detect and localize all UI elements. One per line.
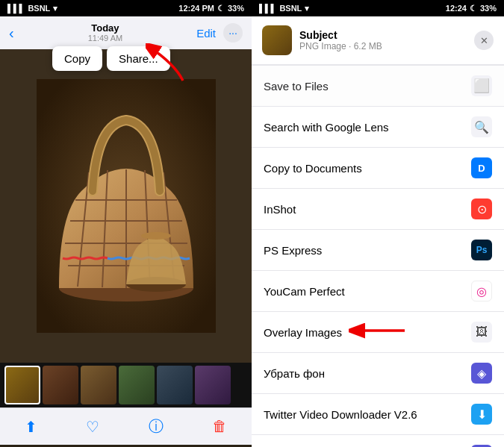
title-sub: 11:49 AM: [88, 34, 122, 43]
moon-icon: ☾: [217, 4, 225, 13]
menu-item-inshot[interactable]: InShot ⊙: [252, 189, 504, 230]
edit-button[interactable]: Edit: [196, 27, 216, 40]
inshot-icon: ⊙: [471, 199, 492, 219]
thumbnail-strip[interactable]: [0, 363, 252, 407]
more-icon: ···: [228, 27, 237, 39]
carrier-right: ▌▌▌ BSNL ▾: [259, 4, 309, 13]
top-bar-right: Edit ···: [196, 23, 243, 43]
search-icon: 🔍: [474, 120, 489, 134]
document-icon: D: [478, 163, 485, 174]
basket-image: [0, 49, 252, 363]
title-main: Today: [88, 22, 122, 34]
battery-left: 33%: [228, 4, 244, 13]
thumbnail-item[interactable]: [4, 366, 40, 404]
menu-item-google-lens[interactable]: Search with Google Lens 🔍: [252, 107, 504, 148]
ubrat-fon-icon: ◈: [471, 363, 492, 384]
signal-icon: ▌▌▌: [7, 4, 25, 13]
menu-label-copy-to-documents: Copy to Documents: [264, 162, 471, 175]
twitter-downloader-icon: ⬇: [471, 404, 492, 425]
menu-item-ps-express[interactable]: PS Express Ps: [252, 230, 504, 271]
file-name: Subject: [299, 29, 467, 41]
menu-item-background-remover[interactable]: Background Remover ◈: [252, 435, 504, 447]
menu-label-overlay-images: Overlay Images: [264, 326, 471, 339]
battery-right: 33%: [480, 4, 497, 13]
menu-label-youcam: YouCam Perfect: [264, 285, 471, 298]
info-icon[interactable]: ⓘ: [149, 416, 164, 437]
delete-icon[interactable]: 🗑: [212, 418, 227, 435]
download-icon: ⬇: [477, 407, 487, 422]
ps-express-icon: Ps: [471, 240, 492, 260]
carrier-left: ▌▌▌ BSNL ▾: [7, 4, 57, 13]
menu-item-copy-to-documents[interactable]: Copy to Documents D: [252, 148, 504, 189]
center-title: Today 11:49 AM: [88, 22, 122, 44]
moon-icon-right: ☾: [470, 4, 477, 13]
menu-item-overlay-images[interactable]: Overlay Images 🖼: [252, 312, 504, 353]
youcam-circle-icon: ◎: [476, 284, 487, 298]
save-icon: ⬜: [473, 78, 490, 94]
menu-label-google-lens: Search with Google Lens: [264, 121, 471, 134]
back-button[interactable]: ‹: [9, 25, 14, 42]
thumbnail-item[interactable]: [43, 366, 78, 404]
menu-label-twitter-downloader: Twitter Video Downloader V2.6: [264, 408, 471, 421]
copy-to-documents-icon: D: [471, 157, 492, 178]
menu-list: Save to Files ⬜ Search with Google Lens …: [252, 65, 504, 447]
menu-item-ubrat-fon[interactable]: Убрать фон ◈: [252, 353, 504, 394]
more-button[interactable]: ···: [223, 23, 243, 43]
arrow-copy: [146, 43, 190, 87]
left-panel: ▌▌▌ BSNL ▾ 12:24 PM ☾ 33% ‹ Today 11:49 …: [0, 0, 252, 447]
status-bar-right: ▌▌▌ BSNL ▾ 12:24 ☾ 33%: [252, 0, 504, 16]
thumbnail-item[interactable]: [81, 366, 116, 404]
thumbnail-item[interactable]: [195, 366, 231, 404]
right-panel: ▌▌▌ BSNL ▾ 12:24 ☾ 33% Subject PNG Image…: [252, 0, 504, 447]
save-to-files-icon: ⬜: [471, 75, 492, 96]
menu-item-save-to-files[interactable]: Save to Files ⬜: [252, 65, 504, 107]
status-bar-left: ▌▌▌ BSNL ▾ 12:24 PM ☾ 33%: [0, 0, 252, 16]
copy-button[interactable]: Copy: [52, 46, 102, 71]
time-right: 12:24 ☾ 33%: [446, 4, 497, 13]
share-header: Subject PNG Image · 6.2 MB ✕: [252, 16, 504, 65]
carrier-name-right: BSNL: [279, 4, 302, 13]
wifi-icon-right: ▾: [305, 4, 309, 13]
back-chevron-icon: ‹: [9, 25, 14, 42]
top-bar-left: ‹ Today 11:49 AM Edit ···: [0, 16, 252, 49]
overlay-images-icon: 🖼: [471, 322, 492, 343]
ps-icon: Ps: [476, 245, 488, 255]
bottom-toolbar: ⬆ ♡ ⓘ 🗑: [0, 407, 252, 445]
menu-label-ps-express: PS Express: [264, 244, 471, 257]
time-display-right: 12:24: [446, 4, 467, 13]
overlay-icon: 🖼: [476, 325, 488, 339]
svg-point-13: [141, 232, 171, 240]
youcam-icon: ◎: [471, 281, 492, 301]
menu-item-youcam[interactable]: YouCam Perfect ◎: [252, 271, 504, 312]
thumbnail-item[interactable]: [119, 366, 155, 404]
share-icon[interactable]: ⬆: [25, 418, 37, 436]
layers-icon: ◈: [477, 366, 486, 381]
wifi-icon: ▾: [53, 4, 57, 13]
camera-icon: ⊙: [477, 202, 487, 216]
google-lens-icon: 🔍: [471, 116, 492, 137]
file-info: Subject PNG Image · 6.2 MB: [299, 29, 467, 51]
time-display-left: 12:24 PM: [178, 4, 214, 13]
thumbnail-item[interactable]: [157, 366, 193, 404]
menu-label-save-to-files: Save to Files: [264, 80, 471, 93]
carrier-name: BSNL: [28, 4, 50, 13]
menu-label-ubrat-fon: Убрать фон: [264, 367, 471, 380]
close-button[interactable]: ✕: [474, 31, 494, 50]
menu-label-inshot: InShot: [264, 203, 471, 216]
file-thumbnail: [262, 25, 292, 55]
signal-icon-right: ▌▌▌: [259, 4, 276, 13]
file-meta: PNG Image · 6.2 MB: [299, 41, 467, 51]
menu-item-twitter-downloader[interactable]: Twitter Video Downloader V2.6 ⬇: [252, 394, 504, 435]
heart-icon[interactable]: ♡: [86, 418, 99, 436]
time-left: 12:24 PM ☾ 33%: [178, 4, 244, 13]
